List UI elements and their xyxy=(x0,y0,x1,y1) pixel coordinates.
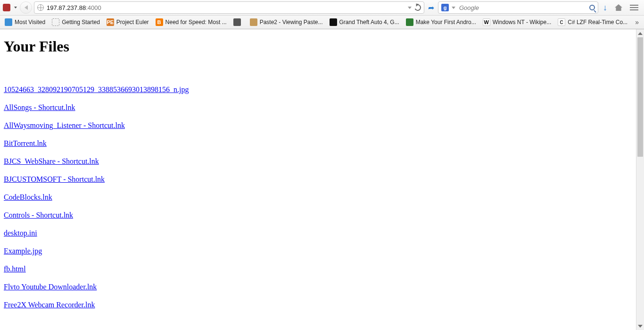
chevron-down-icon xyxy=(638,325,643,328)
file-link[interactable]: fb.html xyxy=(4,265,26,273)
search-engine-chip[interactable]: g xyxy=(441,4,449,11)
bookmark-item[interactable]: WWindows NT - Wikipe... xyxy=(480,17,554,27)
bookmark-item[interactable]: PEProject Euler xyxy=(104,17,152,27)
bookmarks-overflow-icon[interactable]: » xyxy=(631,18,643,26)
bookmark-item[interactable]: BNeed for Speed: Most ... xyxy=(153,17,230,27)
bookmark-item[interactable]: Getting Started xyxy=(49,17,103,27)
url-port: :4000 xyxy=(86,4,101,11)
url-host: 197.87.237.88 xyxy=(47,4,86,11)
search-engine-dropdown-icon[interactable] xyxy=(452,7,455,9)
page-viewport: Your Files 10524663_328092190705129_3388… xyxy=(0,29,644,330)
bookmarks-bar: Most VisitedGetting StartedPEProject Eul… xyxy=(0,16,644,29)
file-link[interactable]: AllWaysmoving_Listener - Shortcut.lnk xyxy=(4,121,125,130)
app-icon xyxy=(3,4,10,11)
page-title: Your Files xyxy=(4,38,632,55)
favicon-icon xyxy=(5,18,12,26)
bookmark-item[interactable]: Paste2 - Viewing Paste... xyxy=(247,17,326,27)
bookmark-item[interactable]: Make Your First Andro... xyxy=(403,17,479,27)
bookmark-item[interactable]: Most Visited xyxy=(2,17,48,27)
home-icon[interactable] xyxy=(615,4,622,11)
app-menu-caret-icon[interactable] xyxy=(14,7,17,8)
chevron-up-icon xyxy=(638,32,643,35)
downloads-icon[interactable]: ↓ xyxy=(603,3,607,13)
bookmark-label: Need for Speed: Most ... xyxy=(165,19,227,25)
bookmark-label: Windows NT - Wikipe... xyxy=(493,19,551,25)
bookmark-item[interactable] xyxy=(231,17,246,27)
search-icon[interactable] xyxy=(589,5,595,10)
file-link[interactable]: BJCS_WebShare - Shortcut.lnk xyxy=(4,157,99,166)
favicon-icon xyxy=(406,18,413,26)
file-link[interactable]: Controls - Shortcut.lnk xyxy=(4,211,73,220)
file-link[interactable]: Example.jpg xyxy=(4,247,42,255)
favicon-icon xyxy=(330,18,337,26)
favicon-icon xyxy=(52,18,59,26)
bookmark-label: Getting Started xyxy=(62,19,100,25)
file-link[interactable]: Flvto Youtube Downloader.lnk xyxy=(4,283,97,291)
address-bar[interactable]: 197.87.237.88:4000 xyxy=(34,1,424,14)
url-history-dropdown-icon[interactable] xyxy=(408,7,412,9)
favicon-icon xyxy=(250,18,257,26)
page-content: Your Files 10524663_328092190705129_3388… xyxy=(0,29,636,330)
bookmark-label: Project Euler xyxy=(116,19,149,25)
share-icon[interactable]: ➦ xyxy=(428,3,434,12)
file-link[interactable]: BitTorrent.lnk xyxy=(4,139,47,148)
favicon-icon: B xyxy=(156,18,163,26)
bookmark-label: Most Visited xyxy=(15,19,45,25)
bookmark-item[interactable]: Grand Theft Auto 4, G... xyxy=(327,17,402,27)
file-link[interactable]: desktop.ini xyxy=(4,229,37,237)
scroll-up-button[interactable] xyxy=(636,29,644,37)
back-button[interactable] xyxy=(20,1,32,14)
reload-icon[interactable] xyxy=(413,3,422,12)
scroll-down-button[interactable] xyxy=(636,322,644,330)
file-link[interactable]: AllSongs - Shortcut.lnk xyxy=(4,103,75,112)
bookmark-label: Make Your First Andro... xyxy=(416,19,476,25)
hamburger-menu-icon[interactable] xyxy=(630,5,638,10)
file-list: 10524663_328092190705129_338853669301389… xyxy=(0,85,636,309)
favicon-icon xyxy=(233,18,241,26)
bookmark-label: Grand Theft Auto 4, G... xyxy=(339,19,399,25)
favicon-icon: C xyxy=(558,18,565,26)
file-link[interactable]: BJCUSTOMSOFT - Shortcut.lnk xyxy=(4,175,105,184)
browser-navbar: 197.87.237.88:4000 ➦ g ↓ xyxy=(0,0,644,16)
url-text: 197.87.237.88:4000 xyxy=(47,4,405,11)
search-bar[interactable]: g xyxy=(438,1,598,14)
search-input[interactable] xyxy=(458,4,586,12)
bookmark-item[interactable]: CC# LZF Real-Time Co... xyxy=(555,17,630,27)
scroll-thumb[interactable] xyxy=(637,37,643,157)
favicon-icon: W xyxy=(483,18,490,26)
scroll-track[interactable] xyxy=(636,37,644,322)
favicon-icon: PE xyxy=(107,18,114,26)
vertical-scrollbar[interactable] xyxy=(636,29,644,330)
globe-icon xyxy=(37,4,44,11)
file-link[interactable]: CodeBlocks.lnk xyxy=(4,193,52,202)
bookmark-label: Paste2 - Viewing Paste... xyxy=(260,19,323,25)
bookmark-label: C# LZF Real-Time Co... xyxy=(568,19,627,25)
file-link[interactable]: Free2X Webcam Recorder.lnk xyxy=(4,301,95,309)
file-link[interactable]: 10524663_328092190705129_338853669301389… xyxy=(4,85,189,94)
arrow-left-icon xyxy=(25,5,28,10)
